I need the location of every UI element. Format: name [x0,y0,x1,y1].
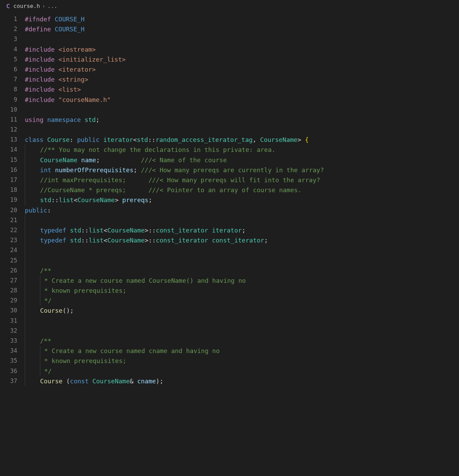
code-line[interactable]: #include <iostream> [25,44,459,54]
line-number: 29 [0,296,17,306]
line-number: 11 [0,115,17,125]
code-line[interactable]: typedef std::list<CourseName>::const_ite… [25,235,459,245]
line-number: 22 [0,225,17,235]
code-line[interactable]: #include <iterator> [25,64,459,74]
code-line[interactable]: typedef std::list<CourseName>::const_ite… [25,225,459,235]
code-line[interactable]: //CourseName * prereqs; ///< Pointer to … [25,185,459,195]
line-number: 33 [0,336,17,346]
code-line[interactable] [25,316,459,326]
code-line[interactable]: * Create a new course named CourseName()… [25,276,459,286]
line-number: 10 [0,105,17,115]
line-number: 34 [0,346,17,356]
line-number: 15 [0,155,17,165]
line-number: 32 [0,326,17,336]
code-line[interactable]: #include <initializer_list> [25,54,459,64]
code-line[interactable]: */ [25,296,459,306]
code-line[interactable]: public: [25,205,459,215]
breadcrumb-separator-icon: › [42,3,45,9]
code-line[interactable]: Course(); [25,306,459,315]
code-line[interactable] [25,256,459,266]
line-number: 2 [0,24,17,34]
code-line[interactable]: /** [25,266,459,276]
line-number: 19 [0,195,17,205]
code-line[interactable] [25,245,459,255]
code-line[interactable]: using namespace std; [25,115,459,125]
code-area[interactable]: #ifndef COURSE_H #define COURSE_H #inclu… [25,14,459,386]
line-number: 31 [0,316,17,326]
line-number: 37 [0,376,17,386]
line-number: 1 [0,14,17,24]
breadcrumb-bar[interactable]: C course.h › ... [0,0,459,12]
line-number: 25 [0,256,17,266]
line-number: 27 [0,276,17,286]
code-line[interactable]: #include <list> [25,84,459,94]
code-line[interactable] [25,215,459,225]
c-file-icon: C [6,2,10,10]
line-number: 9 [0,95,17,105]
code-line[interactable]: class Course: public iterator<std::rando… [25,135,459,145]
line-number: 36 [0,366,17,376]
line-number: 8 [0,84,17,94]
line-number: 7 [0,74,17,84]
code-editor[interactable]: 1 2 3 4 5 6 7 8 9 10 11 12 13 14 15 16 1… [0,12,459,386]
line-number: 35 [0,356,17,366]
line-number: 26 [0,266,17,276]
code-line[interactable]: #ifndef COURSE_H [25,14,459,24]
line-number: 16 [0,165,17,175]
code-line[interactable] [25,105,459,115]
line-number: 4 [0,44,17,54]
code-line[interactable]: #include "courseName.h" [25,95,459,105]
code-line[interactable]: * Create a new course named cname and ha… [25,346,459,356]
code-line[interactable]: CourseName name; ///< Name of the course [25,155,459,165]
code-line[interactable]: * known prerequisites; [25,286,459,296]
line-number: 18 [0,185,17,195]
code-line[interactable]: #include <string> [25,74,459,84]
line-number: 21 [0,215,17,225]
code-line[interactable]: */ [25,366,459,376]
line-number: 3 [0,34,17,44]
code-line[interactable]: //int maxPrerequisites; ///< How many pr… [25,175,459,185]
line-number: 13 [0,135,17,145]
line-number: 28 [0,286,17,296]
line-number: 14 [0,145,17,155]
line-number: 5 [0,54,17,64]
breadcrumb-ellipsis[interactable]: ... [48,3,58,9]
line-number: 17 [0,175,17,185]
code-line[interactable] [25,125,459,135]
code-line[interactable]: #define COURSE_H [25,24,459,34]
code-line[interactable]: Course (const CourseName& cname); [25,376,459,386]
code-line[interactable]: int numberOfPrerequisites; ///< How many… [25,165,459,175]
line-number: 23 [0,235,17,245]
line-number: 6 [0,64,17,74]
line-number-gutter: 1 2 3 4 5 6 7 8 9 10 11 12 13 14 15 16 1… [0,14,25,386]
code-line[interactable]: //** You may not change the declarations… [25,145,459,155]
code-line[interactable] [25,34,459,44]
line-number: 20 [0,205,17,215]
line-number: 30 [0,306,17,315]
line-number: 24 [0,245,17,255]
code-line[interactable]: std::list<CourseName> prereqs; [25,195,459,205]
line-number: 12 [0,125,17,135]
code-line[interactable]: /** [25,336,459,346]
code-line[interactable]: * known prerequisites; [25,356,459,366]
tab-filename[interactable]: course.h [13,3,40,9]
code-line[interactable] [25,326,459,336]
